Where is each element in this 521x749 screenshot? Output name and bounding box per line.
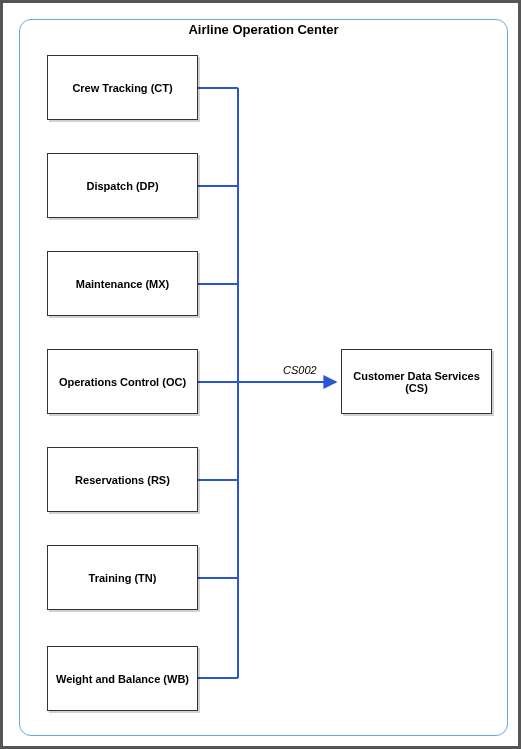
diagram-frame: Airline Operation Center CS002 Crew [0, 0, 521, 749]
node-weight-and-balance: Weight and Balance (WB) [47, 646, 198, 711]
node-label: Reservations (RS) [75, 474, 170, 486]
node-label: Dispatch (DP) [86, 180, 158, 192]
node-operations-control: Operations Control (OC) [47, 349, 198, 414]
node-label: Operations Control (OC) [59, 376, 186, 388]
node-reservations: Reservations (RS) [47, 447, 198, 512]
edge-label-cs002: CS002 [283, 364, 317, 376]
container-title: Airline Operation Center [20, 22, 507, 37]
node-label: Training (TN) [89, 572, 157, 584]
node-label: Crew Tracking (CT) [72, 82, 172, 94]
node-maintenance: Maintenance (MX) [47, 251, 198, 316]
node-crew-tracking: Crew Tracking (CT) [47, 55, 198, 120]
node-label: Maintenance (MX) [76, 278, 170, 290]
node-dispatch: Dispatch (DP) [47, 153, 198, 218]
node-label: Weight and Balance (WB) [56, 673, 189, 685]
node-label: Customer Data Services (CS) [346, 370, 487, 394]
node-training: Training (TN) [47, 545, 198, 610]
node-customer-data-services: Customer Data Services (CS) [341, 349, 492, 414]
